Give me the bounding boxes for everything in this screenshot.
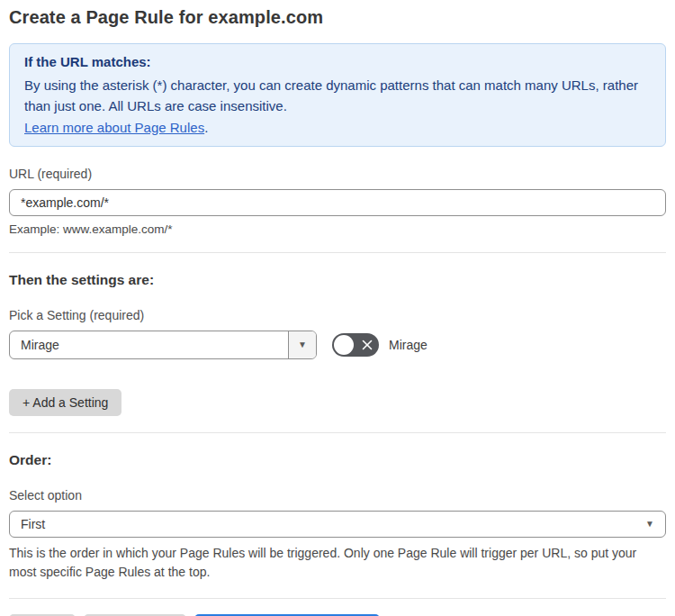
setting-row: Mirage ▼ Mirage [9,331,666,359]
chevron-down-icon: ▼ [298,340,307,349]
toggle-off-x-icon [362,340,373,350]
order-select-value: First [21,517,45,531]
learn-more-link[interactable]: Learn more about Page Rules [24,120,204,135]
divider [9,598,666,599]
url-match-info-box: If the URL matches: By using the asteris… [9,43,666,147]
info-box-body: By using the asterisk (*) character, you… [24,75,651,117]
pick-setting-label: Pick a Setting (required) [9,308,666,322]
order-helper-text: This is the order in which your Page Rul… [9,544,657,582]
info-link-row: Learn more about Page Rules. [24,120,651,135]
chevron-down-icon: ▼ [645,520,654,529]
info-box-heading: If the URL matches: [24,54,651,69]
create-page-rule-form: Create a Page Rule for example.com If th… [0,0,675,616]
divider [9,252,666,253]
toggle-knob [334,335,354,355]
divider [9,432,666,433]
settings-heading: Then the settings are: [9,272,666,288]
link-period: . [204,120,208,135]
setting-dropdown-arrow-button[interactable]: ▼ [288,331,316,358]
add-setting-button[interactable]: + Add a Setting [9,389,122,416]
select-option-label: Select option [9,488,666,503]
order-heading: Order: [9,452,666,468]
mirage-toggle[interactable] [332,333,379,357]
page-title: Create a Page Rule for example.com [9,7,666,28]
url-input[interactable] [9,189,666,216]
setting-dropdown[interactable]: Mirage ▼ [9,331,317,359]
toggle-setting-label: Mirage [389,338,428,352]
setting-dropdown-value: Mirage [10,331,288,358]
url-helper-text: Example: www.example.com/* [9,222,666,236]
url-label: URL (required) [9,167,666,181]
order-select[interactable]: First ▼ [9,511,666,538]
